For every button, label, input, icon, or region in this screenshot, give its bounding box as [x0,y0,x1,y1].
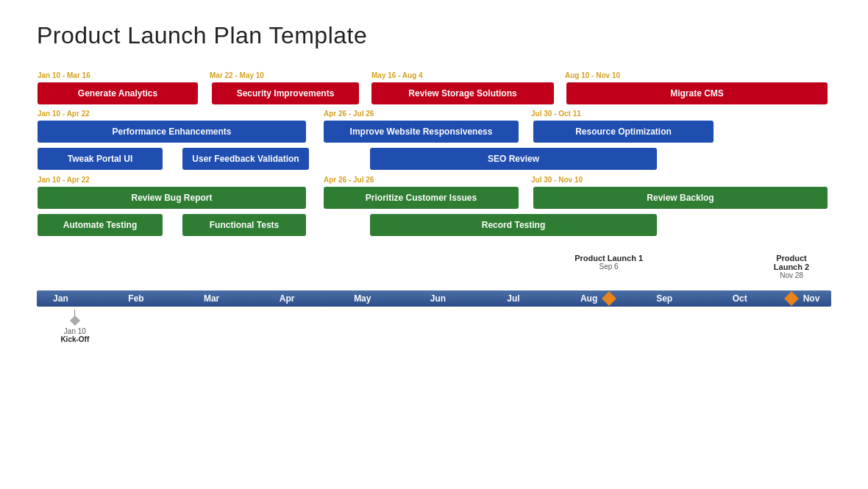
date-label-r2-2: Apr 26 - Jul 26 [324,110,374,118]
timeline-bar-container: Jan Feb Mar Apr May Jun Jul Aug Sep Oct … [37,290,831,307]
bar-improve-responsiveness: Improve Website Responsiveness [324,121,519,143]
bars-row-1: Generate Analytics Security Improvements… [37,82,831,107]
month-jun: Jun [430,293,446,304]
date-label-r1-1: Jan 10 - Mar 16 [38,71,90,79]
month-apr: Apr [280,293,295,304]
kickoff-diamond [70,315,80,326]
date-label-r1-4: Aug 10 - Nov 10 [565,71,620,79]
bar-review-bug-report: Review Bug Report [38,187,306,209]
bar-record-testing: Record Testing [370,214,657,236]
milestone-1-label-group: Product Launch 1 Sep 6 [574,254,643,271]
timeline-section: Product Launch 1 Sep 6 Product Launch 2 … [37,254,831,339]
month-sep: Sep [656,293,672,304]
date-label-r3-3: Jul 30 - Nov 10 [531,176,583,184]
date-label-r3-1: Jan 10 - Apr 22 [38,176,90,184]
bar-review-storage: Review Storage Solutions [371,82,554,104]
milestone-1-title: Product Launch 1 [574,254,643,263]
bar-prioritize-customer: Prioritize Customer Issues [324,187,519,209]
gantt-area: Jan 10 - Mar 16 Mar 22 - May 10 May 16 -… [37,71,831,239]
date-label-r3-2: Apr 26 - Jul 26 [324,176,374,184]
month-feb: Feb [128,293,143,304]
month-jan: Jan [53,293,68,304]
date-row-3: Jan 10 - Apr 22 Apr 26 - Jul 26 Jul 30 -… [37,176,831,186]
milestone-labels-area: Product Launch 1 Sep 6 Product Launch 2 … [37,254,831,290]
bar-user-feedback: User Feedback Validation [182,148,309,170]
bars-row-3: Review Bug Report Prioritize Customer Is… [37,187,831,212]
milestone-2-date: Nov 28 [772,271,811,279]
page-title: Product Launch Plan Template [37,22,831,49]
month-may: May [354,293,371,304]
milestone-2-diamond [784,291,799,306]
month-aug: Aug [580,293,597,304]
month-jul: Jul [507,293,519,304]
milestone-2-label-group: Product Launch 2 Nov 28 [772,254,811,279]
below-timeline: Jan 10 Kick-Off [37,310,831,339]
date-label-r1-3: May 16 - Aug 4 [371,71,423,79]
bar-migrate-cms: Migrate CMS [566,82,828,104]
milestone-1-diamond [602,291,616,306]
milestone-1-diamond-container [604,293,614,304]
milestone-2-title: Product Launch 2 [772,254,811,271]
date-label-r1-2: Mar 22 - May 10 [210,71,264,79]
kickoff-marker: Jan 10 Kick-Off [60,310,89,343]
bar-resource-optimization: Resource Optimization [533,121,714,143]
month-nov: Nov [803,293,820,304]
bar-tweak-portal: Tweak Portal UI [38,148,163,170]
date-label-r2-1: Jan 10 - Apr 22 [38,110,90,118]
date-label-r2-3: Jul 30 - Oct 11 [531,110,581,118]
milestone-2-diamond-container [786,293,797,304]
date-row-1: Jan 10 - Mar 16 Mar 22 - May 10 May 16 -… [37,71,831,82]
bar-performance-enhancements: Performance Enhancements [38,121,306,143]
month-oct: Oct [733,293,747,304]
bar-generate-analytics: Generate Analytics [38,82,198,104]
timeline-bar: Jan Feb Mar Apr May Jun Jul Aug Sep Oct … [37,290,831,307]
bar-seo-review: SEO Review [370,148,657,170]
bars-row-2b: Tweak Portal UI User Feedback Validation… [37,148,831,173]
bars-row-2: Performance Enhancements Improve Website… [37,121,831,146]
date-row-2: Jan 10 - Apr 22 Apr 26 - Jul 26 Jul 30 -… [37,110,831,120]
kickoff-date: Jan 10 [64,327,86,335]
kickoff-label: Kick-Off [60,335,89,343]
bar-automate-testing: Automate Testing [38,214,163,236]
milestone-1-date: Sep 6 [574,263,643,271]
bars-row-3b: Automate Testing Functional Tests Record… [37,214,831,239]
bar-security-improvements: Security Improvements [212,82,359,104]
bar-review-backlog: Review Backlog [533,187,828,209]
page-container: Product Launch Plan Template Jan 10 - Ma… [0,0,868,489]
bar-functional-tests: Functional Tests [182,214,306,236]
month-mar: Mar [204,293,219,304]
